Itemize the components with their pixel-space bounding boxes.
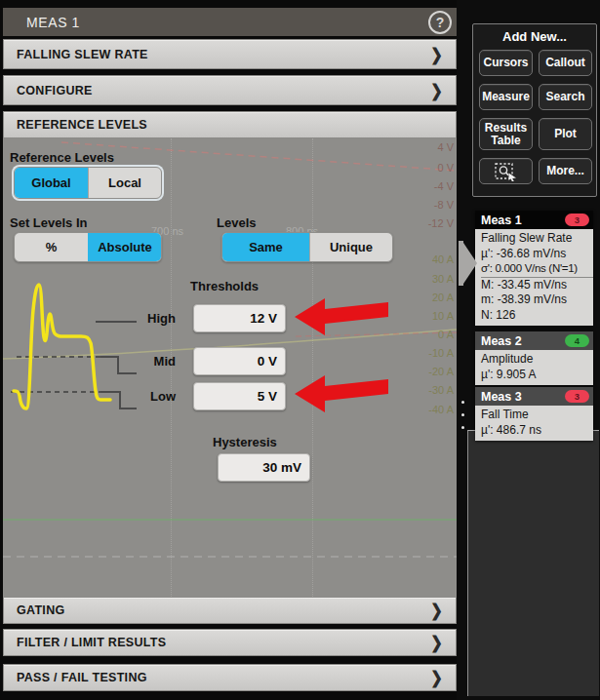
section-label: FILTER / LIMIT RESULTS xyxy=(17,636,166,649)
graticule-amp-label: 20 A xyxy=(432,292,454,303)
hysteresis-label: Hysteresis xyxy=(213,435,277,449)
add-more-button[interactable]: More... xyxy=(539,158,592,184)
results-bar-area xyxy=(467,430,599,696)
set-levels-in-label: Set Levels In xyxy=(10,215,87,230)
add-measure-button[interactable]: Measure xyxy=(479,84,533,110)
chevron-right-icon: ❯ xyxy=(430,601,443,621)
panel-title: MEAS 1 xyxy=(26,15,80,30)
meas1-header: Meas 1 3 xyxy=(475,211,593,229)
meas3-header: Meas 3 3 xyxy=(475,387,593,406)
graticule-amp-label: 30 A xyxy=(432,273,454,285)
reference-levels-label: Reference Levels xyxy=(10,150,114,165)
drag-handle-dots[interactable] xyxy=(461,401,464,429)
meas3-count-badge: 3 xyxy=(565,390,589,403)
panel-title-bar: MEAS 1 ? xyxy=(3,8,457,36)
add-new-panel: Add New... Cursors Callout Measure Searc… xyxy=(472,23,597,197)
meas3-stats: Fall Time µ': 486.7 ns xyxy=(475,406,593,441)
graticule-amp-label: 10 A xyxy=(432,310,454,322)
chevron-right-icon: ❯ xyxy=(430,44,443,64)
meas2-type: Amplitude xyxy=(481,352,593,368)
section-label: CONFIGURE xyxy=(17,84,93,97)
graticule-amp-label: -40 A xyxy=(428,404,454,415)
meas1-name: Meas 1 xyxy=(481,214,522,227)
meas2-count-badge: 4 xyxy=(565,334,589,347)
graticule-volt-label: 4 V xyxy=(437,141,454,153)
graticule-amp-label: -30 A xyxy=(428,384,454,396)
set-levels-percent-button[interactable]: % xyxy=(15,233,88,261)
levels-toggle: Same Unique xyxy=(221,232,393,262)
section-label: FALLING SLEW RATE xyxy=(17,48,148,61)
graticule-volt-label: -4 V xyxy=(434,180,454,192)
oscilloscope-screen: { "header": { "title": "MEAS 1", "help_i… xyxy=(0,0,600,700)
add-callout-button[interactable]: Callout xyxy=(539,50,592,76)
section-gating[interactable]: GATING ❯ xyxy=(3,597,457,624)
zoom-selection-button[interactable] xyxy=(479,158,533,184)
ref-mode-local-button[interactable]: Local xyxy=(88,168,161,198)
ref-mode-toggle: Global Local xyxy=(14,167,162,199)
section-reference-levels[interactable]: REFERENCE LEVELS xyxy=(3,111,457,138)
graticule-volt-label: -8 V xyxy=(434,199,454,211)
graticule-volt-label: 0 V xyxy=(437,162,454,174)
add-new-buttons: Cursors Callout Measure Search Results T… xyxy=(479,50,592,184)
results-bar-collapse-handle[interactable] xyxy=(459,241,478,286)
chevron-right-icon: ❯ xyxy=(430,668,443,688)
graticule-volt-label: -12 V xyxy=(428,217,454,229)
levels-label: Levels xyxy=(217,215,256,230)
meas1-population: N: 126 xyxy=(481,308,593,324)
meas2-name: Meas 2 xyxy=(481,334,522,348)
graticule-amp-label: -20 A xyxy=(428,366,454,377)
levels-same-button[interactable]: Same xyxy=(222,233,309,261)
add-cursors-button[interactable]: Cursors xyxy=(479,50,533,76)
meas3-name: Meas 3 xyxy=(481,390,522,404)
meas1-max: M: -33.45 mV/ns xyxy=(481,278,593,293)
meas1-min: m: -38.39 mV/ns xyxy=(481,292,593,308)
section-pass-fail-testing[interactable]: PASS / FAIL TESTING ❯ xyxy=(3,664,457,691)
meas1-type: Falling Slew Rate xyxy=(481,231,593,247)
section-label: GATING xyxy=(17,603,64,617)
meas3-mean: µ': 486.7 ns xyxy=(481,423,593,439)
ref-mode-global-button[interactable]: Global xyxy=(15,168,88,198)
section-falling-slew-rate[interactable]: FALLING SLEW RATE ❯ xyxy=(3,39,457,69)
chevron-right-icon: ❯ xyxy=(430,633,443,653)
hysteresis-input[interactable]: 30 mV xyxy=(218,453,310,482)
section-filter-limit-results[interactable]: FILTER / LIMIT RESULTS ❯ xyxy=(3,629,457,656)
set-levels-absolute-button[interactable]: Absolute xyxy=(88,233,161,261)
meas2-header: Meas 2 4 xyxy=(475,331,593,350)
add-new-title: Add New... xyxy=(473,29,596,44)
annotation-arrow-low xyxy=(293,372,390,415)
section-label: REFERENCE LEVELS xyxy=(17,118,147,132)
threshold-mid-input[interactable]: 0 V xyxy=(193,347,286,375)
meas2-mean: µ': 9.905 A xyxy=(481,368,593,383)
meas1-stddev: σ': 0.000 V/ns (N'=1) xyxy=(481,261,593,278)
meas3-type: Fall Time xyxy=(481,408,593,423)
meas2-stats: Amplitude µ': 9.905 A xyxy=(475,350,593,385)
meas1-count-badge: 3 xyxy=(565,214,589,226)
add-plot-button[interactable]: Plot xyxy=(539,118,592,150)
zoom-selection-icon xyxy=(494,161,519,181)
meas1-mean: µ': -36.68 mV/ns xyxy=(481,247,593,262)
waveform-levels-icon xyxy=(3,281,140,412)
meas1-stats: Falling Slew Rate µ': -36.68 mV/ns σ': 0… xyxy=(475,229,593,326)
chevron-right-icon: ❯ xyxy=(430,80,443,100)
graticule-amp-label: 0 A xyxy=(438,329,454,340)
set-levels-toggle: % Absolute xyxy=(14,232,162,262)
graticule-amp-label: -10 A xyxy=(428,347,454,359)
add-results-table-button[interactable]: Results Table xyxy=(479,118,533,150)
thresholds-label: Thresholds xyxy=(190,279,259,293)
reference-levels-content: 700 ns 800 ns 4 V 0 V -4 V -8 V -12 V 40… xyxy=(3,138,457,597)
threshold-low-input[interactable]: 5 V xyxy=(193,382,286,410)
meas3-badge[interactable]: Meas 3 3 Fall Time µ': 486.7 ns xyxy=(475,387,593,441)
annotation-arrow-high xyxy=(293,295,390,338)
section-configure[interactable]: CONFIGURE ❯ xyxy=(3,75,457,105)
levels-unique-button[interactable]: Unique xyxy=(309,233,392,261)
section-label: PASS / FAIL TESTING xyxy=(17,671,147,684)
meas2-badge[interactable]: Meas 2 4 Amplitude µ': 9.905 A xyxy=(475,331,593,385)
add-search-button[interactable]: Search xyxy=(539,84,592,110)
help-icon[interactable]: ? xyxy=(428,11,452,34)
meas1-badge[interactable]: Meas 1 3 Falling Slew Rate µ': -36.68 mV… xyxy=(475,211,593,326)
graticule-amp-label: 40 A xyxy=(432,253,454,265)
results-sidebar: Add New... Cursors Callout Measure Searc… xyxy=(457,0,600,700)
threshold-high-input[interactable]: 12 V xyxy=(193,304,286,332)
measurement-config-panel: MEAS 1 ? FALLING SLEW RATE ❯ CONFIGURE ❯… xyxy=(3,8,457,692)
